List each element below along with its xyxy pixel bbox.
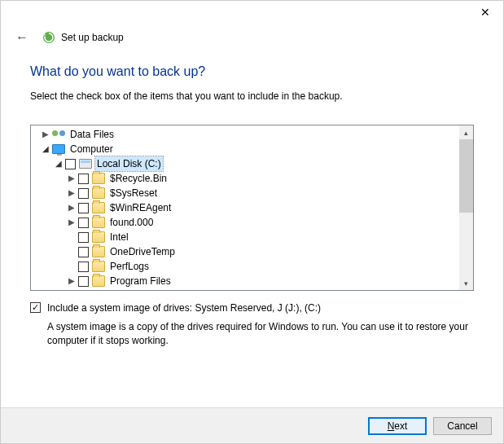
tree-scroll-area[interactable]: ▶ Data Files ◢ Computer ◢ Local Disk (C:…: [31, 125, 459, 290]
tree-node-computer[interactable]: ◢ Computer: [34, 142, 459, 156]
tree-node-folder[interactable]: ▶ $Recycle.Bin: [34, 171, 459, 186]
folder-icon: [92, 187, 105, 199]
system-image-description: A system image is a copy of the drives r…: [47, 320, 474, 348]
tree-label: PerfLogs: [108, 259, 151, 274]
system-image-label: Include a system image of drives: System…: [47, 302, 321, 314]
backup-tree: ▶ Data Files ◢ Computer ◢ Local Disk (C:…: [30, 125, 474, 291]
page-instruction: Select the check box of the items that y…: [30, 90, 474, 102]
scroll-thumb[interactable]: [459, 139, 473, 213]
tree-node-local-disk[interactable]: ◢ Local Disk (C:): [34, 156, 459, 171]
chevron-right-icon[interactable]: ▶: [67, 200, 77, 215]
tree-label: $Recycle.Bin: [108, 171, 169, 186]
checkbox[interactable]: [78, 262, 89, 272]
page-heading: What do you want to back up?: [30, 64, 474, 79]
tree-label: $SysReset: [108, 186, 159, 200]
tree-label: $WinREAgent: [108, 200, 173, 215]
tree-node-folder[interactable]: Intel: [34, 230, 459, 244]
chevron-down-icon[interactable]: ◢: [54, 156, 64, 171]
tree-label: Data Files: [68, 127, 116, 142]
vertical-scrollbar[interactable]: ▴ ▾: [459, 125, 473, 290]
tree-node-folder[interactable]: ▶ Program Files: [34, 274, 459, 288]
monitor-icon: [52, 144, 65, 154]
chevron-right-icon[interactable]: ▶: [67, 274, 77, 288]
people-icon: [52, 129, 65, 140]
wizard-title: Set up backup: [61, 32, 124, 43]
backup-wizard-icon: [42, 30, 56, 45]
scroll-down-icon[interactable]: ▾: [459, 276, 473, 290]
folder-icon: [92, 217, 105, 228]
tree-node-folder[interactable]: ▶ $WinREAgent: [34, 200, 459, 215]
tree-node-folder[interactable]: OneDriveTemp: [34, 244, 459, 259]
system-image-option[interactable]: ✓ Include a system image of drives: Syst…: [30, 302, 474, 314]
checkbox[interactable]: [78, 203, 89, 213]
folder-icon: [92, 246, 105, 257]
titlebar: ✕: [1, 1, 503, 27]
check-icon: ✓: [32, 303, 39, 312]
scroll-up-icon[interactable]: ▴: [459, 125, 473, 139]
content-area: What do you want to back up? Select the …: [1, 55, 503, 348]
chevron-right-icon[interactable]: ▶: [67, 215, 77, 230]
folder-icon: [92, 202, 105, 213]
tree-label: Program Files: [108, 274, 173, 288]
chevron-right-icon[interactable]: ▶: [41, 127, 50, 142]
dialog-footer: Next Cancel: [1, 407, 503, 443]
next-button-suffix: ext: [394, 420, 407, 432]
next-button[interactable]: Next: [368, 417, 427, 435]
tree-label: found.000: [108, 215, 155, 230]
chevron-right-icon[interactable]: ▶: [67, 186, 77, 200]
tree-node-folder[interactable]: ▶ found.000: [34, 215, 459, 230]
checkbox[interactable]: [78, 218, 89, 228]
checkbox[interactable]: [78, 188, 89, 199]
disk-icon: [79, 159, 92, 169]
checkbox[interactable]: [65, 159, 76, 169]
tree-label: Local Disk (C:): [95, 156, 163, 171]
tree-node-folder[interactable]: ▶ $SysReset: [34, 186, 459, 200]
close-icon[interactable]: ✕: [474, 4, 497, 20]
tree-label: OneDriveTemp: [108, 244, 177, 259]
cancel-button[interactable]: Cancel: [433, 417, 492, 435]
tree-label: Computer: [68, 142, 115, 156]
folder-icon: [92, 261, 105, 272]
tree-node-folder[interactable]: PerfLogs: [34, 259, 459, 274]
checkbox[interactable]: [78, 174, 89, 184]
tree-node-data-files[interactable]: ▶ Data Files: [34, 127, 459, 142]
checkbox[interactable]: [78, 232, 89, 243]
chevron-down-icon[interactable]: ◢: [41, 142, 50, 156]
system-image-checkbox[interactable]: ✓: [30, 302, 41, 313]
wizard-header: ← Set up backup: [1, 27, 503, 55]
checkbox[interactable]: [78, 276, 89, 287]
checkbox[interactable]: [78, 247, 89, 257]
chevron-right-icon[interactable]: ▶: [67, 171, 77, 186]
folder-icon: [92, 231, 105, 243]
back-arrow-icon[interactable]: ←: [11, 30, 33, 45]
folder-icon: [92, 173, 105, 184]
folder-icon: [92, 275, 105, 287]
tree-label: Intel: [108, 230, 130, 244]
